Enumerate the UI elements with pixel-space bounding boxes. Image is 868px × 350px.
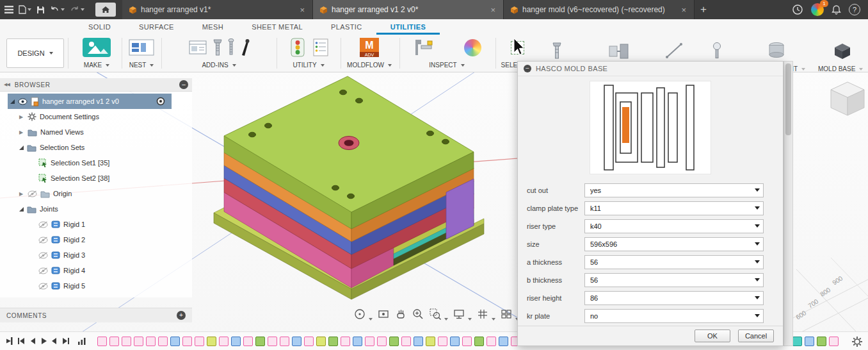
timeline-feature-icon[interactable] [304,337,314,346]
timeline-feature-icon[interactable] [255,337,265,346]
line-tool-icon[interactable] [664,41,684,60]
visibility-off-eye-icon[interactable] [38,221,48,228]
timeline-marker-icon[interactable] [6,337,13,346]
timeline-feature-icon[interactable] [292,337,301,346]
scripts-addins-icon[interactable] [188,38,207,56]
timeline-feature-icon[interactable] [474,337,484,346]
expander-open-icon[interactable] [10,99,15,104]
timeline-feature-icon[interactable] [486,337,496,346]
nest-menu[interactable]: NEST [129,62,154,69]
timeline-feature-icon[interactable] [353,337,362,346]
timeline-history-icon[interactable] [77,337,86,346]
riser-height-select[interactable]: 86 [584,291,764,305]
timeline-feature-icon[interactable] [341,337,350,346]
collapse-panel-icon[interactable]: ◀◀ [4,82,10,87]
close-tab-icon[interactable]: × [680,5,687,15]
clamp-tool-icon[interactable] [608,41,630,60]
timeline-feature-icon[interactable] [414,337,423,346]
comments-bar[interactable]: COMMENTS + [0,308,192,322]
timeline-feature-icon[interactable] [170,337,180,346]
step-forward-button[interactable] [51,337,58,346]
ribbon-tab-solid[interactable]: SOLID [74,19,125,35]
ribbon-tab-plastic[interactable]: PLASTIC [317,19,376,35]
browser-node-rigid3[interactable]: Rigid 3 [0,247,192,263]
size-select[interactable]: 596x596 [584,237,764,251]
make-menu[interactable]: MAKE [84,62,109,69]
traffic-light-icon[interactable] [289,38,307,57]
pan-tool[interactable] [394,308,407,321]
notifications-bell-icon[interactable] [832,4,841,15]
bolt-icon[interactable] [213,38,222,57]
expander-closed-icon[interactable]: ▶ [19,129,24,135]
visibility-eye-icon[interactable] [18,98,28,105]
mold-base-model[interactable] [214,76,484,299]
browser-minimize-icon[interactable]: – [179,80,188,89]
timeline-feature-icon[interactable] [450,337,460,346]
cancel-button[interactable]: Cancel [738,329,774,342]
home-button[interactable] [95,3,116,17]
zoom-window-tool[interactable] [429,308,448,321]
browser-node-origin[interactable]: ▶ Origin [0,186,192,201]
browser-node-named-views[interactable]: ▶ Named Views [0,124,192,140]
timeline-feature-icon[interactable] [426,337,435,346]
timeline-feature-icon[interactable] [829,337,839,346]
viewports-tool[interactable] [500,308,519,321]
timeline-feature-icon[interactable] [146,337,156,346]
active-component-radio-icon[interactable] [156,97,165,106]
timeline-feature-icon[interactable] [97,337,107,346]
timeline-feature-icon[interactable] [389,337,399,346]
browser-root-node[interactable]: hanger arranged v1 2 v0 [8,94,172,109]
save-icon[interactable] [34,2,47,17]
browser-node-rigid4[interactable]: Rigid 4 [0,263,192,278]
browser-node-selection-set1[interactable]: Selection Set1 [35] [0,155,192,171]
document-tab[interactable]: hanger arranged v1* × [122,0,313,19]
document-tab-active[interactable]: hanger arranged v1 2 v0* × [313,0,504,19]
mold-base-menu[interactable]: MOLD BASE [818,65,863,72]
expander-closed-icon[interactable]: ▶ [19,114,24,120]
avatar[interactable]: 1 [811,3,824,16]
redo-icon[interactable] [67,2,87,17]
addins-menu[interactable]: ADD-INS [202,62,236,69]
document-tab[interactable]: hanger mold (v6~recovered) (~recovered) … [504,0,695,19]
play-button[interactable] [40,337,47,346]
display-settings-tool[interactable] [453,308,472,321]
ribbon-tab-utilities[interactable]: UTILITIES [376,19,440,35]
job-status-icon[interactable] [792,4,803,15]
close-tab-icon[interactable]: × [489,5,497,15]
skip-to-end-button[interactable] [61,337,70,346]
new-tab-button[interactable]: + [695,0,712,19]
b-thickness-select[interactable]: 56 [584,273,764,287]
visibility-off-eye-icon[interactable] [38,267,48,274]
timeline-feature-icon[interactable] [182,337,192,346]
inspect-menu[interactable]: INSPECT [429,62,464,69]
visibility-off-eye-icon[interactable] [28,190,37,197]
timeline-feature-icon[interactable] [462,337,472,346]
undo-icon[interactable] [47,2,67,17]
timeline-feature-icon[interactable] [328,337,338,346]
timeline-feature-icon[interactable] [499,337,508,346]
dialog-collapse-icon[interactable]: – [524,65,531,72]
ribbon-tab-surface[interactable]: SURFACE [125,19,188,35]
cut-out-select[interactable]: yes [584,183,764,197]
timeline-feature-icon[interactable] [207,337,216,346]
step-back-button[interactable] [29,337,36,346]
browser-node-rigid2[interactable]: Rigid 2 [0,232,192,247]
ribbon-tab-sheet-metal[interactable]: SHEET METAL [237,19,317,35]
dialog-titlebar[interactable]: – HASCO MOLD BASE [518,62,783,76]
timeline-feature-icon[interactable] [122,337,131,346]
timeline-feature-icon[interactable] [817,337,826,346]
grid-snaps-tool[interactable] [476,308,495,321]
browser-node-selection-sets[interactable]: Selection Sets [0,140,192,155]
browser-node-rigid1[interactable]: Rigid 1 [0,217,192,232]
visibility-off-eye-icon[interactable] [38,237,48,244]
browser-node-rigid5[interactable]: Rigid 5 [0,278,192,294]
mold-base-icon[interactable] [831,41,853,62]
browser-node-selection-set2[interactable]: Selection Set2 [38] [0,171,192,186]
moldflow-menu[interactable]: MOLDFLOW [347,62,392,69]
expander-open-icon[interactable] [19,146,24,150]
riser-type-select[interactable]: k40 [584,219,764,233]
screw-icon[interactable] [228,38,234,57]
timeline-feature-icon[interactable] [134,337,143,346]
comments-expand-icon[interactable]: + [177,311,186,320]
timeline-feature-icon[interactable] [219,337,229,346]
